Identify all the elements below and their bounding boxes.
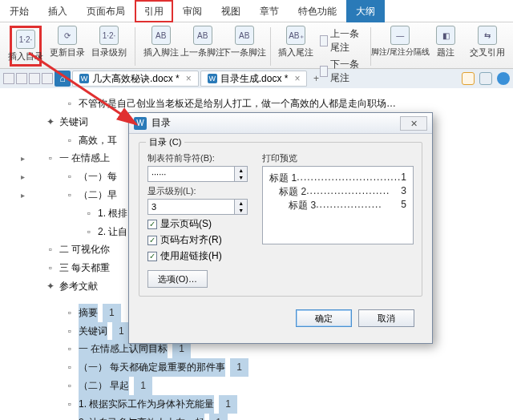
dialog-titlebar[interactable]: W 目录 ✕: [129, 113, 432, 134]
spin-up-icon[interactable]: ▲: [235, 200, 247, 207]
toc-level-icon: 1·2·: [99, 26, 119, 45]
level-label: 显示级别(L):: [147, 185, 248, 197]
sel-num: 1: [103, 304, 121, 322]
sel-text: 1. 根据实际工作为身体补充能量: [79, 395, 214, 414]
crossref-button[interactable]: ⇆ 交叉引用: [471, 26, 503, 59]
leader-value: ······: [147, 166, 235, 182]
insert-toc-icon: 1·2·: [16, 30, 35, 49]
menu-special[interactable]: 特色功能: [289, 0, 346, 22]
use-hyperlink-checkbox[interactable]: ✓使用超链接(H): [147, 249, 248, 263]
cancel-button[interactable]: 取消: [358, 309, 414, 327]
user-avatar-icon[interactable]: [497, 72, 510, 85]
insert-endnote-button[interactable]: AB₊ 插入尾注: [280, 26, 312, 59]
preview-line: 标题 3: [289, 199, 316, 212]
insert-endnote-label: 插入尾注: [278, 46, 313, 59]
menu-review[interactable]: 审阅: [173, 0, 212, 22]
crossref-icon: ⇆: [478, 26, 497, 45]
sel-num: 1: [209, 414, 228, 420]
undo-icon[interactable]: [16, 73, 27, 84]
preview-line: 标题 2: [279, 185, 306, 199]
settings-icon[interactable]: [479, 72, 492, 85]
caption-icon: ◧: [436, 26, 455, 45]
sel-num: 1: [230, 358, 248, 377]
ok-button[interactable]: 确定: [296, 309, 352, 327]
update-toc-button[interactable]: ⟳ 更新目录: [51, 26, 83, 59]
separator-icon: —: [390, 26, 410, 45]
preview-num: 3: [401, 185, 406, 199]
prev-endnote-button[interactable]: 上一条尾注: [320, 27, 362, 55]
preview-num: 5: [401, 199, 406, 212]
menu-layout[interactable]: 页面布局: [77, 0, 135, 22]
separator-button[interactable]: — 脚注/尾注分隔线: [380, 26, 420, 58]
redo-icon[interactable]: [29, 73, 40, 84]
show-pagenum-checkbox[interactable]: ✓显示页码(S): [147, 217, 248, 231]
level-select[interactable]: 3 ▲▼: [147, 199, 248, 215]
right-align-checkbox[interactable]: ✓页码右对齐(R): [147, 233, 248, 247]
sel-text: （一） 每天都确定最重要的那件事: [79, 358, 225, 377]
ribbon-sep: [135, 27, 135, 66]
preview-box: 标题 1..............................1 标题 2…: [262, 166, 414, 244]
doc-text: （一）每: [79, 168, 117, 186]
crossref-label: 交叉引用: [470, 46, 505, 59]
insert-toc-label: 插入目录: [8, 50, 43, 63]
insert-footnote-label: 插入脚注: [143, 46, 179, 59]
file-tab-1[interactable]: W几大高效秘诀.docx *×: [72, 71, 199, 87]
doc-text: 二 可视化你: [59, 240, 110, 259]
doc-text: 2. 让自: [98, 223, 127, 241]
menu-view[interactable]: 视图: [212, 0, 250, 22]
word-icon: W: [134, 117, 147, 130]
leader-select[interactable]: ······ ▲▼: [147, 166, 248, 182]
update-toc-label: 更新目录: [50, 46, 85, 59]
next-footnote-label: 下一条脚注: [222, 46, 266, 59]
prev-footnote-icon: AB: [193, 26, 212, 45]
insert-footnote-button[interactable]: AB 插入脚注: [145, 26, 177, 59]
file-tab-2[interactable]: W目录生成.docx *×: [200, 71, 308, 87]
spin-down-icon[interactable]: ▼: [235, 207, 247, 214]
document-tabstrip: ⌂ W几大高效秘诀.docx *× W目录生成.docx *× +: [0, 69, 513, 88]
word-icon: W: [79, 74, 89, 83]
prev-endnote-label: 上一条尾注: [330, 27, 362, 55]
doc-text: 参考文献: [59, 277, 98, 296]
cb-label: 使用超链接(H): [160, 249, 222, 263]
preview-line: 标题 1: [269, 172, 297, 185]
insert-endnote-icon: AB₊: [286, 26, 305, 45]
caption-button[interactable]: ◧ 题注: [430, 26, 462, 59]
menu-start[interactable]: 开始: [0, 0, 38, 22]
update-toc-icon: ⟳: [58, 26, 77, 45]
close-tab-1-icon[interactable]: ×: [186, 73, 192, 84]
ribbon-sep2: [270, 27, 271, 66]
close-icon[interactable]: ✕: [400, 116, 427, 131]
save-icon[interactable]: [3, 73, 14, 84]
doc-text: 高效，耳: [79, 131, 117, 150]
menu-references[interactable]: 引用: [135, 0, 173, 22]
preview-num: 1: [401, 172, 406, 185]
level-value: 3: [147, 199, 235, 215]
menu-insert[interactable]: 插入: [38, 0, 77, 22]
toc-dialog: W 目录 ✕ 目录 (C) 制表符前导符(B): ······ ▲▼ 显示级别(…: [128, 112, 433, 344]
prev-footnote-button[interactable]: AB 上一条脚注: [187, 26, 219, 59]
file-tab-2-label: 目录生成.docx *: [220, 72, 289, 86]
menu-outline[interactable]: 大纲: [346, 0, 385, 22]
cloud-icon[interactable]: [462, 72, 475, 85]
word-icon: W: [208, 74, 217, 83]
home-tab-icon[interactable]: ⌂: [55, 71, 71, 87]
doc-text: 三 每天都重: [59, 259, 110, 277]
spin-down-icon[interactable]: ▼: [235, 174, 247, 181]
cb-label: 显示页码(S): [160, 217, 212, 231]
print-icon[interactable]: [42, 73, 53, 84]
next-footnote-icon: AB: [235, 26, 254, 45]
spin-up-icon[interactable]: ▲: [235, 167, 247, 174]
menu-bar: 开始 插入 页面布局 引用 审阅 视图 章节 特色功能 大纲: [0, 0, 513, 22]
sel-num: 1: [134, 377, 152, 395]
group-label: 目录 (C): [146, 136, 184, 148]
next-endnote-button[interactable]: 下一条尾注: [320, 58, 362, 85]
insert-toc-button[interactable]: 1·2· 插入目录: [10, 26, 42, 67]
new-tab-icon[interactable]: +: [309, 71, 323, 86]
options-button[interactable]: 选项(O)…: [147, 270, 208, 288]
next-footnote-button[interactable]: AB 下一条脚注: [228, 26, 261, 59]
close-tab-2-icon[interactable]: ×: [294, 73, 300, 84]
toc-level-button[interactable]: 1·2· 目录级别: [93, 26, 125, 59]
menu-section[interactable]: 章节: [250, 0, 289, 22]
doc-text: 不管你是自己创业当老板还是给别人打工，做一个高效的人都是走向职场…: [79, 95, 396, 113]
separator-label: 脚注/尾注分隔线: [371, 46, 430, 58]
